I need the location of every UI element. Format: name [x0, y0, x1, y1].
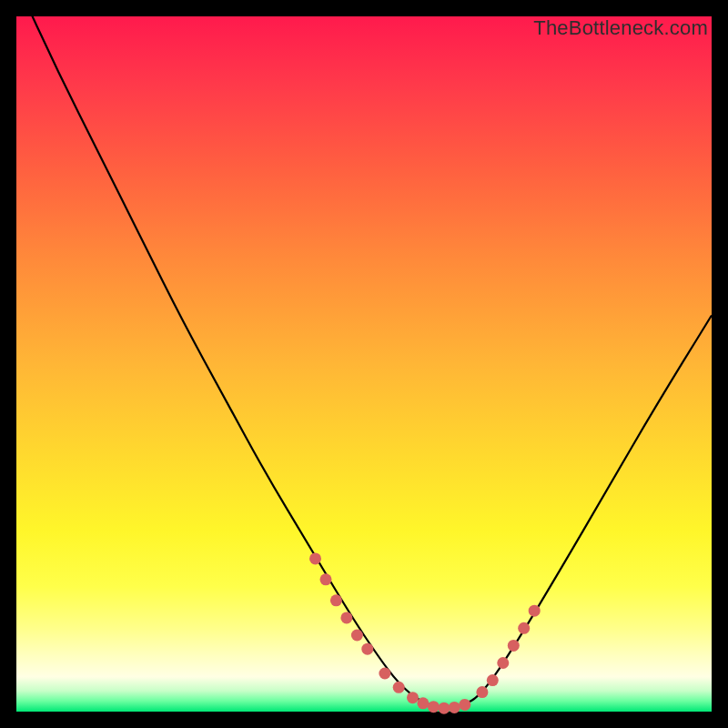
highlight-dot — [330, 594, 342, 606]
highlight-dot — [417, 697, 429, 709]
highlight-dot — [459, 699, 470, 711]
chart-svg — [16, 16, 712, 712]
highlight-dot — [407, 692, 419, 703]
highlight-dot — [320, 573, 332, 585]
highlight-dot — [476, 686, 488, 698]
highlight-dot — [438, 703, 450, 714]
highlight-dot — [529, 605, 541, 617]
bottleneck-curve-line — [16, 0, 712, 708]
highlight-dot — [379, 668, 390, 680]
highlight-dot — [508, 640, 520, 652]
highlight-dot — [518, 622, 530, 634]
highlight-dot — [351, 630, 363, 642]
highlight-dot — [487, 674, 499, 686]
highlight-dot — [428, 701, 440, 713]
highlight-dot — [309, 552, 321, 564]
highlight-dot — [361, 643, 373, 655]
highlight-dot — [340, 612, 352, 623]
highlight-dots-group — [309, 552, 541, 713]
highlight-dot — [393, 682, 405, 693]
chart-frame: TheBottleneck.com — [0, 0, 728, 728]
chart-plot-area: TheBottleneck.com — [16, 16, 712, 712]
highlight-dot — [497, 657, 509, 669]
highlight-dot — [449, 702, 460, 713]
